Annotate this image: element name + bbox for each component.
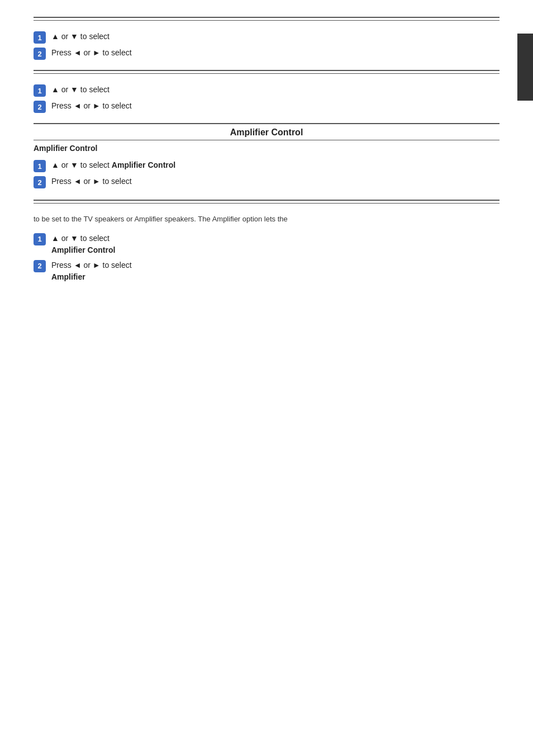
step-row: 1 ▲ or ▼ to select Amplifier Control	[34, 159, 499, 172]
step-2-bold: Amplifier	[51, 272, 85, 281]
step-badge-1: 1	[34, 233, 46, 245]
step-row: 2 Press ◄ or ► to select	[34, 100, 499, 113]
step-badge-2: 2	[34, 48, 46, 60]
step-row: 2 Press ◄ or ► to select	[34, 176, 499, 188]
step-1-text: ▲ or ▼ to select	[51, 84, 110, 96]
divider-top-1	[34, 17, 499, 18]
step-1-bold: Amplifier Control	[51, 245, 115, 254]
step-2-text: Press ◄ or ► to select	[51, 47, 132, 59]
divider-bottom-4	[34, 203, 499, 204]
section-3: Amplifier Control Amplifier Control 1 ▲ …	[34, 123, 499, 188]
step-2-text: Press ◄ or ► to select Amplifier	[51, 259, 132, 283]
side-tab	[517, 34, 533, 101]
step-badge-1: 1	[34, 160, 46, 172]
section-2: 1 ▲ or ▼ to select 2 Press ◄ or ► to sel…	[34, 70, 499, 113]
step-row: 2 Press ◄ or ► to select	[34, 47, 499, 60]
body-text: to be set to the TV speakers or Amplifie…	[34, 214, 499, 225]
divider-bottom-1	[34, 20, 499, 21]
step-row: 1 ▲ or ▼ to select	[34, 31, 499, 44]
section-title-block: Amplifier Control	[34, 123, 499, 140]
section-1: 1 ▲ or ▼ to select 2 Press ◄ or ► to sel…	[34, 17, 499, 60]
step-badge-2: 2	[34, 260, 46, 272]
page: 1 ▲ or ▼ to select 2 Press ◄ or ► to sel…	[0, 0, 533, 756]
subtitle-row: Amplifier Control	[34, 144, 499, 153]
step-row: 1 ▲ or ▼ to select	[34, 84, 499, 97]
section-4: to be set to the TV speakers or Amplifie…	[34, 200, 499, 283]
step-1-text: ▲ or ▼ to select	[51, 31, 110, 42]
step-row: 1 ▲ or ▼ to select Amplifier Control	[34, 233, 499, 256]
step-1-bold: Amplifier Control	[112, 160, 175, 169]
step-1-text: ▲ or ▼ to select Amplifier Control	[51, 159, 175, 171]
step-2-text: Press ◄ or ► to select	[51, 176, 132, 187]
step-badge-1: 1	[34, 31, 46, 44]
section-subtitle: Amplifier Control	[34, 144, 97, 153]
step-badge-1: 1	[34, 84, 46, 97]
step-badge-2: 2	[34, 101, 46, 113]
divider-bottom-2	[34, 73, 499, 74]
divider-top-2	[34, 70, 499, 71]
section-title: Amplifier Control	[34, 127, 499, 138]
step-row: 2 Press ◄ or ► to select Amplifier	[34, 259, 499, 283]
divider-top-4	[34, 200, 499, 201]
step-2-text: Press ◄ or ► to select	[51, 100, 132, 112]
step-badge-2: 2	[34, 176, 46, 188]
step-1-text: ▲ or ▼ to select Amplifier Control	[51, 233, 115, 256]
